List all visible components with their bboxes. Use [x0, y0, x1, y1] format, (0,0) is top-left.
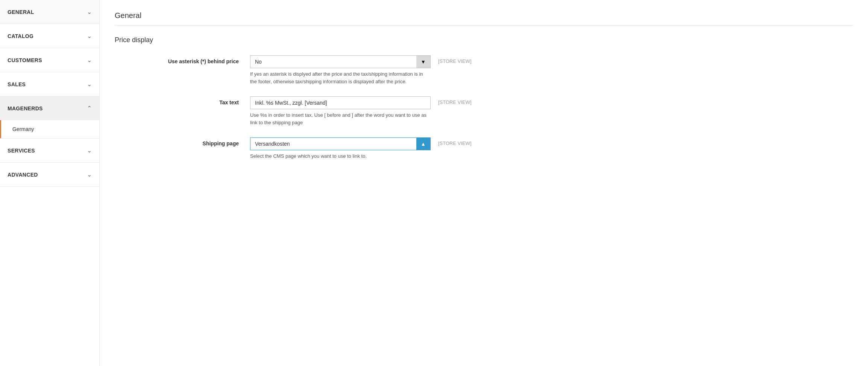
field-label-tax-text: Tax text — [115, 96, 250, 105]
chevron-down-icon: ⌄ — [87, 171, 92, 178]
subsection-title: Price display — [115, 36, 853, 44]
field-hint-shipping-page: Select the CMS page which you want to us… — [250, 152, 431, 160]
field-label-use-asterisk: Use asterisk (*) behind price — [115, 55, 250, 64]
form-row-use-asterisk: Use asterisk (*) behind price No ▼ [STOR… — [115, 55, 853, 85]
store-view-label-tax-text: [STORE VIEW] — [438, 96, 472, 105]
store-view-label-shipping-page: [STORE VIEW] — [438, 137, 472, 146]
sidebar-item-catalog-label: CATALOG — [8, 33, 33, 39]
field-row-tax-text: [STORE VIEW] — [250, 96, 491, 109]
sidebar-item-magenerds[interactable]: MAGENERDS ⌃ Germany — [0, 96, 99, 139]
sidebar-item-advanced-label: ADVANCED — [8, 172, 38, 178]
field-wrapper-tax-text: [STORE VIEW] Use %s in order to insert t… — [250, 96, 491, 126]
chevron-down-icon: ⌄ — [87, 147, 92, 154]
sidebar-item-sales-label: SALES — [8, 81, 26, 87]
store-view-label-use-asterisk: [STORE VIEW] — [438, 55, 472, 64]
sidebar-item-magenerds-label: MAGENERDS — [8, 105, 43, 111]
sidebar-item-sales[interactable]: SALES ⌄ — [0, 72, 99, 96]
sidebar-item-customers[interactable]: CUSTOMERS ⌄ — [0, 48, 99, 72]
field-wrapper-shipping-page: Versandkosten ▲ [STORE VIEW] Select the … — [250, 137, 491, 160]
select-use-asterisk-value: No — [250, 56, 416, 68]
sidebar-sub-item-germany-label: Germany — [12, 126, 34, 132]
sidebar-item-services[interactable]: SERVICES ⌄ — [0, 139, 99, 163]
field-hint-tax-text: Use %s in order to insert tax. Use [ bef… — [250, 111, 431, 126]
form-row-tax-text: Tax text [STORE VIEW] Use %s in order to… — [115, 96, 853, 126]
sidebar-magenerds-submenu: Germany — [0, 120, 99, 138]
chevron-down-icon: ⌄ — [87, 81, 92, 88]
field-wrapper-use-asterisk: No ▼ [STORE VIEW] If yes an asterisk is … — [250, 55, 491, 85]
select-shipping-page-value: Versandkosten — [250, 138, 416, 150]
sidebar-item-general[interactable]: GENERAL ⌄ — [0, 0, 99, 24]
select-use-asterisk-button[interactable]: ▼ — [416, 56, 430, 68]
field-hint-use-asterisk: If yes an asterisk is displyed after the… — [250, 70, 431, 85]
sidebar-item-general-label: GENERAL — [8, 9, 34, 15]
form-row-shipping-page: Shipping page Versandkosten ▲ [STORE VIE… — [115, 137, 853, 160]
sidebar-item-catalog[interactable]: CATALOG ⌄ — [0, 24, 99, 48]
chevron-down-icon: ▼ — [421, 59, 426, 65]
field-row-shipping-page: Versandkosten ▲ [STORE VIEW] — [250, 137, 491, 150]
sidebar-item-services-label: SERVICES — [8, 148, 35, 154]
tax-text-input[interactable] — [250, 96, 431, 109]
field-row-use-asterisk: No ▼ [STORE VIEW] — [250, 55, 491, 68]
field-label-shipping-page: Shipping page — [115, 137, 250, 146]
chevron-down-icon: ⌄ — [87, 8, 92, 15]
section-divider — [115, 25, 853, 26]
chevron-up-icon: ⌃ — [87, 105, 92, 112]
chevron-down-icon: ⌄ — [87, 56, 92, 64]
main-content: General Price display Use asterisk (*) b… — [100, 0, 868, 366]
sidebar: GENERAL ⌄ CATALOG ⌄ CUSTOMERS ⌄ SALES ⌄ … — [0, 0, 100, 366]
sidebar-item-advanced[interactable]: ADVANCED ⌄ — [0, 163, 99, 187]
chevron-up-icon: ▲ — [421, 141, 426, 147]
select-shipping-page[interactable]: Versandkosten ▲ — [250, 137, 431, 150]
section-title: General — [115, 11, 853, 20]
sidebar-sub-item-germany[interactable]: Germany — [0, 120, 99, 138]
select-shipping-page-button[interactable]: ▲ — [416, 138, 430, 150]
sidebar-item-customers-label: CUSTOMERS — [8, 57, 42, 63]
select-use-asterisk[interactable]: No ▼ — [250, 55, 431, 68]
chevron-down-icon: ⌄ — [87, 32, 92, 40]
